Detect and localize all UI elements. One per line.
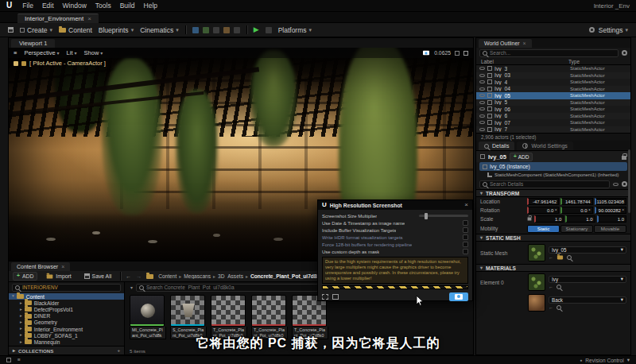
filter-icon[interactable] (130, 285, 133, 290)
outliner-search-box[interactable] (479, 49, 619, 57)
find-icon[interactable] (556, 285, 561, 289)
section-transform[interactable]: TRANSFORM (476, 189, 630, 197)
breadcrumb-current-folder[interactable]: Concrete_Plant_Pot_ui7d8k0a (250, 273, 326, 279)
mobility-stationary-button[interactable]: Stationary (560, 225, 593, 233)
close-icon[interactable] (523, 41, 526, 46)
add-component-button[interactable]: ADD (510, 153, 533, 161)
column-type[interactable]: Type (568, 59, 626, 64)
menu-file[interactable]: File (22, 2, 33, 10)
tab-level[interactable]: Interior_Environment (17, 14, 99, 23)
details-search-box[interactable] (479, 180, 610, 188)
close-icon[interactable] (61, 264, 64, 269)
play-button[interactable] (254, 26, 259, 33)
close-icon[interactable] (87, 16, 91, 22)
static-mesh-thumbnail[interactable] (528, 244, 545, 261)
browse-icon[interactable] (557, 255, 563, 259)
dialog-close-button[interactable] (464, 202, 468, 208)
scale-z-field[interactable]: 1.0 (597, 215, 626, 223)
pilot-camera-icon[interactable] (21, 61, 26, 66)
details-scrollbar[interactable] (628, 149, 630, 213)
rotation-x-field[interactable]: 0.0 ° (527, 207, 559, 214)
outliner-row[interactable]: Ivy_5StaticMeshActor (476, 99, 630, 106)
breadcrumb-content[interactable]: Content (158, 273, 176, 279)
visibility-eye-icon[interactable] (479, 107, 485, 110)
component-tree-child[interactable]: StaticMeshComponent (StaticMeshComponent… (476, 171, 630, 179)
outliner-settings-icon[interactable] (622, 50, 627, 56)
lit-menu[interactable]: Lit (67, 49, 77, 56)
scale-y-field[interactable]: 1.0 (565, 215, 595, 223)
find-icon[interactable] (556, 305, 561, 310)
details-search-input[interactable] (490, 181, 607, 187)
perspective-menu[interactable]: Perspective (24, 49, 59, 56)
viewport-options-icon[interactable] (14, 50, 17, 56)
static-mesh-combo[interactable]: Ivy_05 (549, 246, 626, 254)
material-1-thumbnail[interactable] (528, 294, 545, 312)
brush-mode-icon[interactable] (234, 27, 240, 33)
cinematics-button[interactable]: Cinematics (140, 26, 179, 34)
visibility-eye-icon[interactable] (479, 74, 485, 77)
outliner-row[interactable]: Ivy_04StaticMeshActor (476, 86, 630, 93)
settings-button[interactable]: Settings (599, 26, 628, 34)
material-0-thumbnail[interactable] (528, 273, 545, 291)
section-materials[interactable]: MATERIALS (476, 264, 630, 272)
multiplier-slider[interactable] (419, 215, 468, 217)
timestamp-checkbox[interactable] (463, 220, 468, 226)
specify-region-icon[interactable] (322, 294, 328, 300)
content-button[interactable]: Content (59, 26, 92, 34)
menu-help[interactable]: Help (144, 2, 157, 10)
menu-window[interactable]: Window (63, 2, 87, 10)
breadcrumb-3d-assets[interactable]: 3D_Assets (218, 273, 243, 279)
lock-icon[interactable] (622, 156, 626, 160)
dialog-title-bar[interactable]: High Resolution Screenshot (318, 200, 472, 210)
add-asset-button[interactable]: ADD (13, 272, 37, 281)
save-all-button[interactable]: Save All (80, 272, 116, 281)
forward-icon[interactable] (136, 273, 142, 279)
foliage-mode-icon[interactable] (203, 27, 209, 33)
details-settings-icon[interactable] (622, 181, 627, 187)
mobility-movable-button[interactable]: Movable (594, 225, 626, 233)
column-label[interactable]: Label (481, 59, 494, 64)
play-options-icon[interactable] (266, 27, 272, 33)
save-icon[interactable] (8, 27, 14, 33)
outliner-row[interactable]: Ivy_4StaticMeshActor (476, 79, 630, 86)
outliner-row[interactable]: Ivy_7StaticMeshActor (476, 126, 630, 134)
import-button[interactable]: Import (42, 272, 75, 281)
capture-button[interactable] (449, 292, 468, 301)
location-x-field[interactable]: -47.961462 (527, 198, 559, 205)
find-icon[interactable] (567, 255, 572, 260)
scale-x-field[interactable]: 1.0 (534, 215, 564, 223)
buffer-targets-checkbox[interactable] (463, 227, 468, 233)
scale-lock-icon[interactable] (528, 218, 532, 221)
outliner-row[interactable]: Ivy_6StaticMeshActor (476, 113, 630, 120)
platforms-button[interactable]: Platforms (278, 26, 312, 34)
tab-world-outliner[interactable]: World Outliner (479, 39, 532, 48)
use-selected-icon[interactable] (549, 305, 553, 310)
component-tree-root[interactable]: Ivy_05 (Instance) (479, 162, 627, 171)
menu-edit[interactable]: Edit (42, 2, 54, 10)
visibility-eye-icon[interactable] (479, 128, 485, 131)
mesh-paint-mode-icon[interactable] (213, 27, 219, 33)
force-128bit-checkbox[interactable] (463, 242, 468, 247)
camera-speed-icon[interactable] (423, 51, 429, 56)
eject-pilot-icon[interactable] (14, 61, 18, 66)
tab-details[interactable]: Details (479, 141, 514, 150)
material-1-combo[interactable]: Back (549, 296, 626, 304)
tab-viewport-1[interactable]: Viewport 1 (11, 39, 55, 48)
outliner-row[interactable]: Ivy_07StaticMeshActor (476, 119, 630, 126)
visibility-eye-icon[interactable] (479, 80, 485, 83)
menu-build[interactable]: Build (120, 2, 135, 10)
fracture-mode-icon[interactable] (223, 27, 230, 33)
outliner-row[interactable]: Ivy_3StaticMeshActor (476, 65, 630, 72)
full-viewport-icon[interactable] (332, 294, 339, 300)
menu-tools[interactable]: Tools (95, 2, 111, 10)
use-selected-icon[interactable] (549, 255, 553, 260)
tab-content-browser[interactable]: Content Browser (11, 262, 70, 271)
grid-snap-icon[interactable] (455, 51, 460, 56)
visibility-eye-icon[interactable] (479, 101, 485, 104)
outliner-row-selected[interactable]: Ivy_05StaticMeshActor (476, 92, 630, 99)
outliner-row[interactable]: Ivy_03StaticMeshActor (476, 72, 630, 79)
mobility-static-button[interactable]: Static (527, 225, 560, 233)
blueprints-button[interactable]: Blueprints (99, 26, 134, 34)
create-button[interactable]: Create (20, 26, 52, 34)
maximize-icon[interactable] (463, 51, 468, 56)
